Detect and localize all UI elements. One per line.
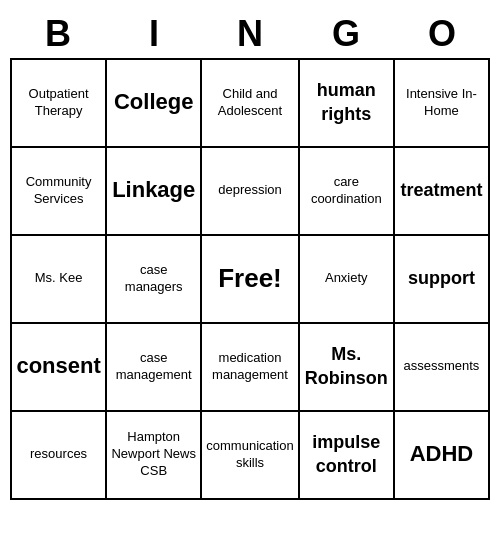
bingo-cell-18: Ms. Robinson	[300, 324, 395, 412]
bingo-header: BINGO	[10, 10, 490, 58]
bingo-cell-3: human rights	[300, 60, 395, 148]
bingo-cell-16: case management	[107, 324, 202, 412]
bingo-cell-21: Hampton Newport News CSB	[107, 412, 202, 500]
bingo-cell-20: resources	[12, 412, 107, 500]
bingo-letter-B: B	[10, 10, 106, 58]
bingo-cell-8: care coordination	[300, 148, 395, 236]
bingo-cell-1: College	[107, 60, 202, 148]
bingo-cell-6: Linkage	[107, 148, 202, 236]
bingo-cell-7: depression	[202, 148, 299, 236]
bingo-cell-9: treatment	[395, 148, 490, 236]
bingo-cell-11: case managers	[107, 236, 202, 324]
bingo-cell-15: consent	[12, 324, 107, 412]
bingo-letter-G: G	[298, 10, 394, 58]
bingo-card: BINGO Outpatient TherapyCollegeChild and…	[10, 10, 490, 500]
bingo-letter-I: I	[106, 10, 202, 58]
bingo-grid: Outpatient TherapyCollegeChild and Adole…	[10, 58, 490, 500]
bingo-cell-17: medication management	[202, 324, 299, 412]
bingo-cell-5: Community Services	[12, 148, 107, 236]
bingo-cell-14: support	[395, 236, 490, 324]
bingo-cell-2: Child and Adolescent	[202, 60, 299, 148]
bingo-cell-4: Intensive In-Home	[395, 60, 490, 148]
bingo-letter-N: N	[202, 10, 298, 58]
bingo-cell-24: ADHD	[395, 412, 490, 500]
bingo-cell-23: impulse control	[300, 412, 395, 500]
bingo-cell-13: Anxiety	[300, 236, 395, 324]
bingo-cell-22: communication skills	[202, 412, 299, 500]
bingo-letter-O: O	[394, 10, 490, 58]
bingo-cell-12: Free!	[202, 236, 299, 324]
bingo-cell-10: Ms. Kee	[12, 236, 107, 324]
bingo-cell-19: assessments	[395, 324, 490, 412]
bingo-cell-0: Outpatient Therapy	[12, 60, 107, 148]
